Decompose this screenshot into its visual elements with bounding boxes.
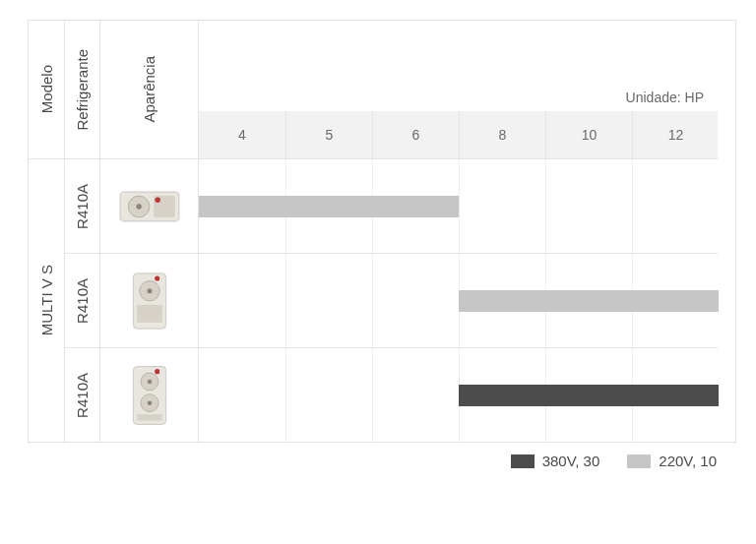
svg-rect-8: [137, 304, 162, 322]
model-label: MULTI V S: [38, 265, 55, 335]
header-aparencia-label: Aparência: [141, 56, 158, 123]
capacity-bar: [459, 290, 719, 312]
scale-tick: 8: [459, 111, 545, 158]
header-scale: Unidade: HP 4 5 6 8 10 12: [198, 21, 718, 158]
svg-point-4: [155, 197, 159, 202]
svg-point-14: [147, 400, 151, 404]
svg-point-9: [155, 275, 159, 280]
ac-unit-vertical-double-icon: [116, 364, 183, 427]
legend-item-light: 220V, 10: [627, 453, 717, 469]
data-row: [198, 253, 718, 347]
refrigerant-cell: R410A: [64, 158, 99, 253]
model-cell: MULTI V S: [29, 158, 64, 442]
swatch-dark: [511, 454, 535, 468]
legend: 380V, 30 220V, 10: [28, 453, 717, 469]
capacity-table: Modelo Refrigerante Aparência Unidade: H…: [28, 20, 736, 443]
scale-tick: 4: [199, 111, 285, 158]
ac-unit-vertical-single-icon: [116, 270, 183, 332]
data-row: [198, 158, 718, 253]
appearance-cell: [99, 158, 198, 253]
appearance-cell: [99, 253, 198, 347]
header-modelo: Modelo: [29, 21, 64, 158]
refrigerant-label: R410A: [74, 184, 91, 229]
refrigerant-cell: R410A: [64, 347, 99, 442]
capacity-bar: [199, 196, 459, 217]
swatch-light: [627, 454, 651, 468]
svg-point-7: [147, 288, 152, 293]
legend-dark-label: 380V, 30: [542, 453, 600, 469]
refrigerant-label: R410A: [74, 373, 91, 418]
scale-tick: 10: [545, 111, 632, 158]
svg-point-16: [155, 369, 159, 374]
header-refrigerante: Refrigerante: [64, 21, 99, 158]
capacity-bar: [459, 385, 719, 406]
refrigerant-cell: R410A: [64, 253, 99, 347]
legend-light-label: 220V, 10: [659, 453, 717, 469]
data-row: [198, 347, 718, 442]
scale-tick: 6: [372, 111, 459, 158]
scale-tick: 5: [285, 111, 372, 158]
svg-point-2: [136, 204, 141, 209]
svg-rect-15: [137, 414, 162, 420]
header-aparencia: Aparência: [99, 21, 198, 158]
svg-point-12: [147, 379, 151, 383]
scale-tick: 12: [632, 111, 719, 158]
appearance-cell: [99, 347, 198, 442]
legend-item-dark: 380V, 30: [511, 453, 600, 469]
scale-row: 4 5 6 8 10 12: [199, 111, 718, 158]
header-refrigerante-label: Refrigerante: [74, 49, 91, 131]
header-modelo-label: Modelo: [38, 65, 55, 113]
ac-unit-horizontal-icon: [116, 175, 183, 238]
unit-label: Unidade: HP: [199, 90, 718, 111]
refrigerant-label: R410A: [74, 278, 91, 324]
